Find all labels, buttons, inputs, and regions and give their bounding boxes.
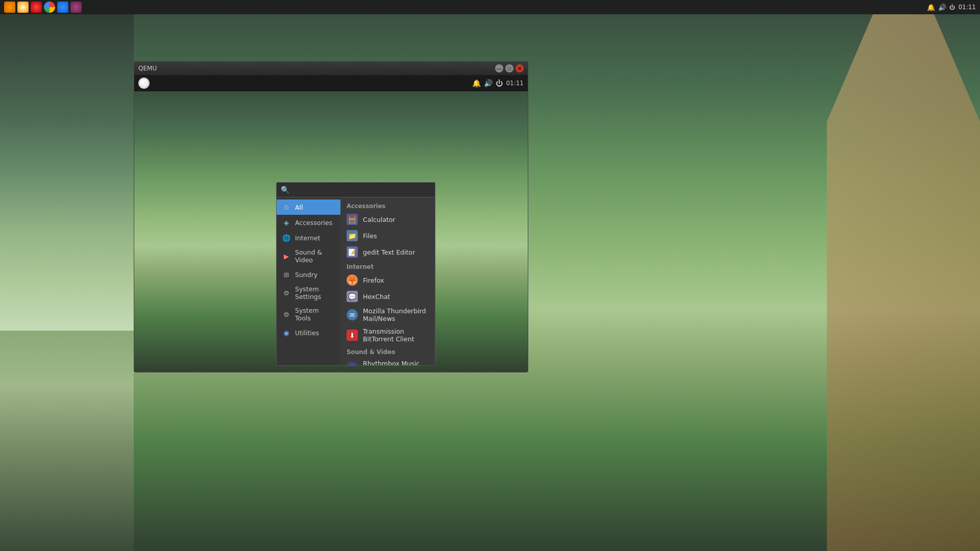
internet-icon: 🌐 bbox=[282, 233, 291, 242]
transmission-icon: ⬇ bbox=[347, 330, 358, 341]
qemu-window: QEMU — □ ✕ 🔔 🔊 ⏻ 01:11 🔍 bbox=[134, 61, 528, 372]
taskbar-icon-blue[interactable] bbox=[57, 2, 68, 13]
section-header-accessories: Accessories bbox=[340, 199, 435, 211]
volume-icon[interactable]: 🔊 bbox=[938, 4, 946, 11]
category-system-settings[interactable]: ⚙ System Settings bbox=[277, 282, 340, 304]
taskbar-icon-purple[interactable] bbox=[70, 2, 82, 13]
hexchat-label: HexChat bbox=[363, 293, 390, 300]
settings-icon: ⚙ bbox=[282, 288, 291, 297]
tools-icon: ⚙ bbox=[282, 310, 291, 319]
qemu-window-controls: — □ ✕ bbox=[495, 64, 524, 72]
category-system-tools[interactable]: ⚙ System Tools bbox=[277, 304, 340, 325]
taskbar: 🔔 🔊 ⏻ 01:11 bbox=[0, 0, 980, 14]
thunderbird-icon: ✉ bbox=[347, 309, 358, 320]
gedit-label: gedit Text Editor bbox=[363, 248, 415, 256]
gedit-icon: 📝 bbox=[347, 246, 358, 258]
close-button[interactable]: ✕ bbox=[516, 64, 524, 72]
calculator-label: Calculator bbox=[363, 216, 395, 223]
taskbar-icon-orange[interactable] bbox=[4, 2, 15, 13]
menu-body: ⚙ All ◈ Accessories 🌐 Internet ▶ bbox=[277, 197, 435, 365]
taskbar-icon-red[interactable] bbox=[31, 2, 42, 13]
utilities-icon: ◉ bbox=[282, 328, 291, 337]
all-icon: ⚙ bbox=[282, 203, 291, 212]
app-gedit[interactable]: 📝 gedit Text Editor bbox=[340, 244, 435, 260]
restore-button[interactable]: □ bbox=[505, 64, 513, 72]
category-internet-label: Internet bbox=[295, 234, 321, 242]
apps-panel: Accessories 🧮 Calculator 📁 Files 📝 gedit… bbox=[340, 197, 435, 365]
category-all-label: All bbox=[295, 204, 303, 211]
category-accessories[interactable]: ◈ Accessories bbox=[277, 215, 340, 230]
category-internet[interactable]: 🌐 Internet bbox=[277, 230, 340, 245]
taskbar-icon-chrome[interactable] bbox=[44, 2, 55, 13]
search-input[interactable] bbox=[292, 186, 431, 194]
category-sound-video[interactable]: ▶ Sound & Video bbox=[277, 245, 340, 267]
app-menu: 🔍 ⚙ All ◈ Accessories bbox=[276, 182, 435, 366]
minimize-button[interactable]: — bbox=[495, 64, 503, 72]
qemu-tray: 🔔 🔊 ⏻ 01:11 bbox=[472, 79, 524, 87]
category-all[interactable]: ⚙ All bbox=[277, 199, 340, 215]
transmission-label: Transmission BitTorrent Client bbox=[363, 328, 429, 343]
rhythmbox-label: Rhythmbox Music Player bbox=[363, 360, 429, 365]
category-utilities-label: Utilities bbox=[295, 329, 319, 337]
firefox-label: Firefox bbox=[363, 277, 384, 284]
qemu-logo bbox=[138, 78, 150, 89]
sundry-icon: ⊞ bbox=[282, 270, 291, 279]
sound-icon: ▶ bbox=[282, 252, 291, 261]
category-system-tools-label: System Tools bbox=[295, 307, 335, 322]
firefox-icon: 🦊 bbox=[347, 274, 358, 286]
thunderbird-label: Mozilla Thunderbird Mail/News bbox=[363, 307, 429, 322]
category-utilities[interactable]: ◉ Utilities bbox=[277, 325, 340, 340]
taskbar-icon-yellow[interactable] bbox=[17, 2, 29, 13]
category-system-settings-label: System Settings bbox=[295, 285, 335, 300]
qemu-title: QEMU bbox=[138, 65, 157, 72]
category-accessories-label: Accessories bbox=[295, 219, 332, 227]
search-icon: 🔍 bbox=[281, 186, 289, 194]
power-icon[interactable]: ⏻ bbox=[949, 4, 955, 11]
categories-panel: ⚙ All ◈ Accessories 🌐 Internet ▶ bbox=[277, 197, 340, 365]
calculator-icon: 🧮 bbox=[347, 214, 358, 225]
taskbar-right: 🔔 🔊 ⏻ 01:11 bbox=[927, 4, 976, 11]
rhythmbox-icon: ♪ bbox=[347, 362, 358, 365]
section-header-internet: Internet bbox=[340, 260, 435, 272]
qemu-power-icon[interactable]: ⏻ bbox=[496, 79, 503, 87]
category-sundry-label: Sundry bbox=[295, 271, 317, 279]
category-sound-label: Sound & Video bbox=[295, 248, 335, 264]
app-thunderbird[interactable]: ✉ Mozilla Thunderbird Mail/News bbox=[340, 305, 435, 325]
taskbar-left bbox=[4, 2, 82, 13]
app-hexchat[interactable]: 💬 HexChat bbox=[340, 288, 435, 305]
qemu-volume-icon[interactable]: 🔊 bbox=[484, 79, 493, 87]
app-calculator[interactable]: 🧮 Calculator bbox=[340, 211, 435, 228]
robot-decoration bbox=[827, 14, 980, 551]
files-label: Files bbox=[363, 232, 377, 240]
hexchat-icon: 💬 bbox=[347, 291, 358, 302]
app-transmission[interactable]: ⬇ Transmission BitTorrent Client bbox=[340, 325, 435, 345]
app-rhythmbox[interactable]: ♪ Rhythmbox Music Player bbox=[340, 357, 435, 365]
app-firefox[interactable]: 🦊 Firefox bbox=[340, 272, 435, 288]
qemu-clock: 01:11 bbox=[506, 80, 524, 87]
qemu-titlebar: QEMU — □ ✕ bbox=[134, 62, 528, 75]
qemu-content: 🔍 ⚙ All ◈ Accessories bbox=[134, 91, 528, 372]
files-icon: 📁 bbox=[347, 230, 358, 241]
clock: 01:11 bbox=[958, 4, 976, 11]
notification-bell-icon[interactable]: 🔔 bbox=[927, 4, 935, 11]
accessories-icon: ◈ bbox=[282, 218, 291, 227]
qemu-bell-icon[interactable]: 🔔 bbox=[472, 79, 481, 87]
search-bar: 🔍 bbox=[277, 183, 435, 197]
category-sundry[interactable]: ⊞ Sundry bbox=[277, 267, 340, 282]
section-header-sound-video: Sound & Video bbox=[340, 345, 435, 357]
qemu-inner-display: 🔍 ⚙ All ◈ Accessories bbox=[134, 91, 528, 372]
qemu-secondary-bar: 🔔 🔊 ⏻ 01:11 bbox=[134, 75, 528, 91]
app-files[interactable]: 📁 Files bbox=[340, 228, 435, 244]
